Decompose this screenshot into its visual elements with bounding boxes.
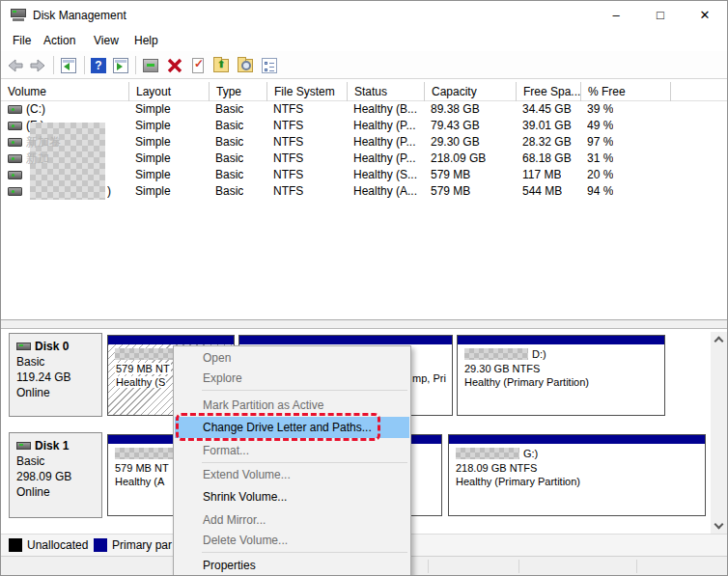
disk-name: Disk 0 xyxy=(35,340,69,353)
partition-size: 579 MB NT xyxy=(115,363,171,374)
status-value: Healthy (P... xyxy=(353,118,427,134)
capacity-value: 218.09 GB xyxy=(431,151,486,167)
capacity-value: 29.30 GB xyxy=(431,134,480,151)
legend-primary-partition: Primary par xyxy=(112,538,172,553)
col-file-system[interactable]: File System xyxy=(267,82,348,101)
partition-status-fragment: mp, Pri xyxy=(412,372,446,384)
col-capacity[interactable]: Capacity xyxy=(425,82,517,101)
pct-free-value: 39 % xyxy=(587,101,613,118)
status-value: Healthy (B... xyxy=(353,101,427,118)
menu-separator xyxy=(202,390,407,391)
layout-value: Simple xyxy=(135,101,171,118)
menu-item-properties[interactable]: Properties xyxy=(175,555,409,576)
partition-status: Healthy (Primary Partition) xyxy=(464,376,589,388)
status-value: Healthy (P... xyxy=(353,134,427,151)
disk-management-window: Disk Management – □ ✕ File Action View H… xyxy=(0,0,728,576)
volume-icon xyxy=(8,105,22,114)
minimize-button[interactable]: – xyxy=(594,1,638,30)
scroll-down-icon[interactable] xyxy=(711,519,728,535)
free-value: 544 MB xyxy=(522,183,562,200)
primary-partition-swatch xyxy=(94,538,107,552)
computer-icon[interactable] xyxy=(141,56,160,75)
disk-status: Online xyxy=(16,485,50,499)
pct-free-value: 94 % xyxy=(587,183,613,200)
disk1-label-panel[interactable]: Disk 1 Basic 298.09 GB Online xyxy=(9,432,102,518)
pct-free-value: 49 % xyxy=(587,118,613,134)
pane-splitter[interactable] xyxy=(1,320,727,329)
app-icon xyxy=(11,9,26,21)
disk0-partition-3[interactable]: D:) 29.30 GB NTFS Healthy (Primary Parti… xyxy=(457,335,665,416)
capacity-value: 579 MB xyxy=(431,167,470,183)
menu-item-open[interactable]: Open xyxy=(175,347,409,369)
show-action-pane-icon[interactable] xyxy=(111,56,130,75)
menu-file[interactable]: File xyxy=(7,32,37,50)
disk-status: Online xyxy=(16,386,50,399)
disk1-partition-3[interactable]: G:) 218.09 GB NTFS Healthy (Primary Part… xyxy=(448,434,706,516)
volume-list-header: Volume Layout Type File System Status Ca… xyxy=(1,82,727,101)
capacity-value: 89.38 GB xyxy=(431,101,480,118)
menu-view[interactable]: View xyxy=(88,32,125,50)
volume-name-redacted: 新加卷 xyxy=(26,134,127,151)
table-row[interactable]: (C:) Simple Basic NTFS Healthy (B... 89.… xyxy=(1,101,727,118)
menu-item-explore[interactable]: Explore xyxy=(175,368,409,389)
back-icon[interactable] xyxy=(6,56,25,75)
menu-item-delete-volume[interactable]: Delete Volume... xyxy=(175,530,409,551)
close-button[interactable]: ✕ xyxy=(683,1,727,30)
fs-value: NTFS xyxy=(273,183,303,200)
volume-icon xyxy=(8,138,22,147)
col-volume[interactable]: Volume xyxy=(1,82,129,101)
menu-item-change-drive-letter[interactable]: Change Drive Letter and Paths... xyxy=(175,417,409,438)
volume-list: Volume Layout Type File System Status Ca… xyxy=(1,81,727,320)
partition-status: Healthy (Primary Partition) xyxy=(456,476,580,487)
volume-icon xyxy=(8,171,22,179)
partition-label-redacted xyxy=(456,448,519,459)
delete-icon[interactable] xyxy=(165,56,184,75)
menu-item-add-mirror[interactable]: Add Mirror... xyxy=(175,509,409,531)
col-status[interactable]: Status xyxy=(348,82,425,101)
fs-value: NTFS xyxy=(273,134,303,151)
col-pct-free[interactable]: % Free xyxy=(581,82,671,101)
menu-item-shrink-volume[interactable]: Shrink Volume... xyxy=(175,486,409,507)
open-folder-icon[interactable] xyxy=(211,56,231,75)
vertical-scrollbar[interactable] xyxy=(711,332,728,535)
menu-item-extend-volume[interactable]: Extend Volume... xyxy=(175,464,409,485)
disk-type: Basic xyxy=(16,355,44,369)
help-icon[interactable] xyxy=(89,56,108,75)
volume-icon xyxy=(8,187,22,196)
fs-value: NTFS xyxy=(273,101,303,118)
capacity-value: 579 MB xyxy=(431,183,470,200)
show-console-tree-icon[interactable] xyxy=(59,56,78,75)
table-row[interactable]: ) Simple Basic NTFS Healthy (A... 579 MB… xyxy=(1,183,727,200)
disk0-label-panel[interactable]: Disk 0 Basic 119.24 GB Online xyxy=(9,333,102,417)
col-layout[interactable]: Layout xyxy=(129,82,210,101)
properties-list-icon[interactable] xyxy=(260,56,279,75)
free-value: 28.32 GB xyxy=(522,134,572,151)
table-row[interactable]: 新加卷 Simple Basic NTFS Healthy (P... 29.3… xyxy=(1,134,727,151)
menu-item-mark-partition-active[interactable]: Mark Partition as Active xyxy=(175,395,409,416)
disk-icon xyxy=(16,442,31,450)
check-document-icon[interactable] xyxy=(188,56,208,75)
col-empty xyxy=(671,82,728,101)
table-row[interactable]: (F:) Simple Basic NTFS Healthy (P... 79.… xyxy=(1,118,727,134)
volume-icon xyxy=(8,154,22,163)
maximize-button[interactable]: □ xyxy=(638,1,683,30)
partition-header-bar xyxy=(239,336,452,344)
menu-item-format[interactable]: Format... xyxy=(175,440,409,461)
menu-help[interactable]: Help xyxy=(128,32,164,50)
type-value: Basic xyxy=(215,151,243,167)
partition-header-bar xyxy=(449,435,705,444)
type-value: Basic xyxy=(215,118,243,134)
forward-icon[interactable] xyxy=(28,56,47,75)
layout-value: Simple xyxy=(135,183,171,200)
explore-folder-icon[interactable] xyxy=(236,56,255,75)
partition-status: Healthy (S xyxy=(115,376,166,388)
col-type[interactable]: Type xyxy=(210,82,267,101)
scroll-up-icon[interactable] xyxy=(711,332,728,347)
pct-free-value: 20 % xyxy=(587,167,613,183)
table-row[interactable]: 新加 Simple Basic NTFS Healthy (P... 218.0… xyxy=(1,151,727,167)
menu-action[interactable]: Action xyxy=(38,32,81,50)
col-free-space[interactable]: Free Spa... xyxy=(517,82,581,101)
table-row[interactable]: Simple Basic NTFS Healthy (S... 579 MB 1… xyxy=(1,167,727,183)
partition-label-redacted xyxy=(464,348,528,360)
window-title: Disk Management xyxy=(33,9,126,22)
